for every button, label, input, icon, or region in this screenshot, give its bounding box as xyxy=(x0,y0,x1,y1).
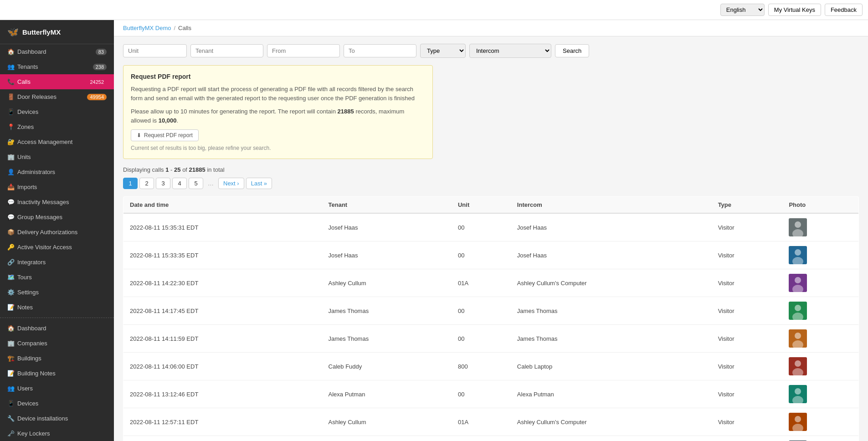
icon-delivery-authorizations: 📦 xyxy=(7,229,15,236)
table-row[interactable]: 2022-08-11 14:11:59 EDTJames Thomas00Jam… xyxy=(123,325,859,353)
cell-unit: 01A xyxy=(452,408,511,436)
table-row[interactable]: 2022-08-11 13:12:46 EDTAlexa Putman00Ale… xyxy=(123,380,859,408)
photo-thumbnail xyxy=(789,274,807,292)
sidebar-item-calls[interactable]: 📞Calls24252 xyxy=(0,74,114,89)
photo-thumbnail xyxy=(789,385,807,403)
from-input[interactable] xyxy=(267,44,340,57)
icon-inactivity-messages: 💬 xyxy=(7,199,15,205)
topbar: English My Virtual Keys Feedback xyxy=(0,0,868,20)
sidebar-item-label-buildings: 🏗️Buildings xyxy=(7,355,41,362)
svg-point-16 xyxy=(795,360,801,367)
sidebar-item-label-tenants: 👥Tenants xyxy=(7,63,38,70)
request-pdf-button[interactable]: ⬇ Request PDF report xyxy=(131,129,199,141)
icon-dashboard2: 🏠 xyxy=(7,325,15,332)
sidebar-item-key-lockers[interactable]: 🗝️Key Lockers xyxy=(0,426,114,441)
pdf-report-title: Request PDF report xyxy=(131,73,425,80)
sidebar-item-device-installations[interactable]: 🔧Device installations xyxy=(0,411,114,426)
cell-datetime: 2022-08-11 14:17:45 EDT xyxy=(123,297,322,325)
icon-users: 👥 xyxy=(7,385,15,392)
table-row[interactable]: 2022-08-11 15:35:31 EDTJosef Haas00Josef… xyxy=(123,213,859,241)
sidebar-item-inactivity-messages[interactable]: 💬Inactivity Messages xyxy=(0,195,114,210)
sidebar-item-users[interactable]: 👥Users xyxy=(0,381,114,396)
table-row[interactable]: 2022-08-11 14:17:45 EDTJames Thomas00Jam… xyxy=(123,297,859,325)
svg-point-10 xyxy=(795,305,801,311)
table-row[interactable]: 2022-08-11 14:22:30 EDTAshley Cullum01AA… xyxy=(123,269,859,297)
table-row[interactable]: 2022-08-11 15:33:35 EDTJosef Haas00Josef… xyxy=(123,241,859,269)
pdf-report-allow-text: Please allow up to 10 minutes for genera… xyxy=(131,107,425,125)
sidebar-item-label-access-management: 🔐Access Management xyxy=(7,138,72,145)
table-row[interactable]: 2022-08-11 14:06:00 EDTCaleb Fuddy800Cal… xyxy=(123,353,859,380)
table-row[interactable]: 2022-08-11 12:29:50 EDTCaleb Fuddy800Cal… xyxy=(123,436,859,441)
sidebar-item-label-device-installations: 🔧Device installations xyxy=(7,415,68,422)
sidebar-item-label-notes: 📝Notes xyxy=(7,304,33,311)
type-select[interactable]: Type xyxy=(420,44,466,58)
cell-unit: 800 xyxy=(452,353,511,380)
badge-tenants: 238 xyxy=(93,64,107,70)
page-btn-4[interactable]: 4 xyxy=(172,178,187,189)
search-button[interactable]: Search xyxy=(555,44,589,57)
icon-devices: 📱 xyxy=(7,108,15,115)
cell-tenant: James Thomas xyxy=(322,325,452,353)
cell-photo xyxy=(782,353,858,380)
sidebar-item-settings[interactable]: ⚙️Settings xyxy=(0,285,114,300)
sidebar: 🦋 ButterflyMX 🏠Dashboard83👥Tenants238📞Ca… xyxy=(0,20,114,441)
sidebar-item-group-messages[interactable]: 💬Group Messages xyxy=(0,210,114,225)
sidebar-item-label-companies: 🏢Companies xyxy=(7,340,47,347)
sidebar-item-integrators[interactable]: 🔗Integrators xyxy=(0,255,114,270)
sidebar-item-zones[interactable]: 📍Zones xyxy=(0,119,114,134)
pagination-next[interactable]: Next › xyxy=(218,178,244,189)
sidebar-logo: 🦋 ButterflyMX xyxy=(0,20,114,44)
cell-datetime: 2022-08-11 14:11:59 EDT xyxy=(123,325,322,353)
photo-thumbnail xyxy=(789,218,807,236)
icon-settings: ⚙️ xyxy=(7,289,15,296)
cell-unit: 00 xyxy=(452,380,511,408)
icon-device-installations: 🔧 xyxy=(7,415,15,422)
sidebar-item-delivery-authorizations[interactable]: 📦Delivery Authorizations xyxy=(0,225,114,240)
icon-dashboard: 🏠 xyxy=(7,48,15,55)
icon-tours: 🗺️ xyxy=(7,274,15,281)
page-btn-1[interactable]: 1 xyxy=(123,178,138,189)
sidebar-item-tours[interactable]: 🗺️Tours xyxy=(0,270,114,285)
icon-imports: 📥 xyxy=(7,184,15,190)
page-btn-2[interactable]: 2 xyxy=(139,178,154,189)
sidebar-item-building-notes[interactable]: 📝Building Notes xyxy=(0,366,114,381)
sidebar-item-active-visitor-access[interactable]: 🔑Active Visitor Access xyxy=(0,240,114,255)
sidebar-item-dashboard[interactable]: 🏠Dashboard83 xyxy=(0,44,114,59)
unit-input[interactable] xyxy=(123,44,187,57)
page-btn-5[interactable]: 5 xyxy=(189,178,203,189)
sidebar-item-label-settings: ⚙️Settings xyxy=(7,289,39,296)
breadcrumb-parent[interactable]: ButterflyMX Demo xyxy=(123,25,171,31)
sidebar-item-companies[interactable]: 🏢Companies xyxy=(0,336,114,351)
feedback-button[interactable]: Feedback xyxy=(825,4,863,16)
cell-datetime: 2022-08-11 15:33:35 EDT xyxy=(123,241,322,269)
cell-tenant: Caleb Fuddy xyxy=(322,436,452,441)
icon-group-messages: 💬 xyxy=(7,214,15,220)
intercom-select[interactable]: Intercom xyxy=(469,44,551,58)
sidebar-item-administrators[interactable]: 👤Administrators xyxy=(0,164,114,179)
sidebar-item-notes[interactable]: 📝Notes xyxy=(0,300,114,315)
sidebar-item-dashboard2[interactable]: 🏠Dashboard xyxy=(0,321,114,336)
language-select[interactable]: English xyxy=(720,4,765,16)
tenant-input[interactable] xyxy=(190,44,263,57)
photo-thumbnail xyxy=(789,302,807,320)
calls-table: Date and timeTenantUnitIntercomTypePhoto… xyxy=(123,196,859,441)
pagination-last[interactable]: Last » xyxy=(246,178,272,189)
to-input[interactable] xyxy=(344,44,416,57)
sidebar-item-buildings[interactable]: 🏗️Buildings xyxy=(0,351,114,366)
sidebar-item-devices2[interactable]: 📱Devices xyxy=(0,396,114,411)
sidebar-item-access-management[interactable]: 🔐Access Management xyxy=(0,134,114,149)
page-btn-3[interactable]: 3 xyxy=(156,178,170,189)
virtual-keys-button[interactable]: My Virtual Keys xyxy=(768,4,821,16)
cell-tenant: Josef Haas xyxy=(322,213,452,241)
cell-photo xyxy=(782,269,858,297)
cell-datetime: 2022-08-11 13:12:46 EDT xyxy=(123,380,322,408)
cell-intercom: Caleb Laptop xyxy=(511,436,712,441)
sidebar-item-devices[interactable]: 📱Devices xyxy=(0,104,114,119)
cell-intercom: Josef Haas xyxy=(511,213,712,241)
display-info: Displaying calls 1 - 25 of 21885 in tota… xyxy=(123,166,859,173)
sidebar-item-tenants[interactable]: 👥Tenants238 xyxy=(0,59,114,74)
sidebar-item-imports[interactable]: 📥Imports xyxy=(0,179,114,195)
sidebar-item-door-releases[interactable]: 🚪Door Releases49954 xyxy=(0,89,114,104)
table-row[interactable]: 2022-08-11 12:57:11 EDTAshley Cullum01AA… xyxy=(123,408,859,436)
sidebar-item-units[interactable]: 🏢Units xyxy=(0,149,114,164)
